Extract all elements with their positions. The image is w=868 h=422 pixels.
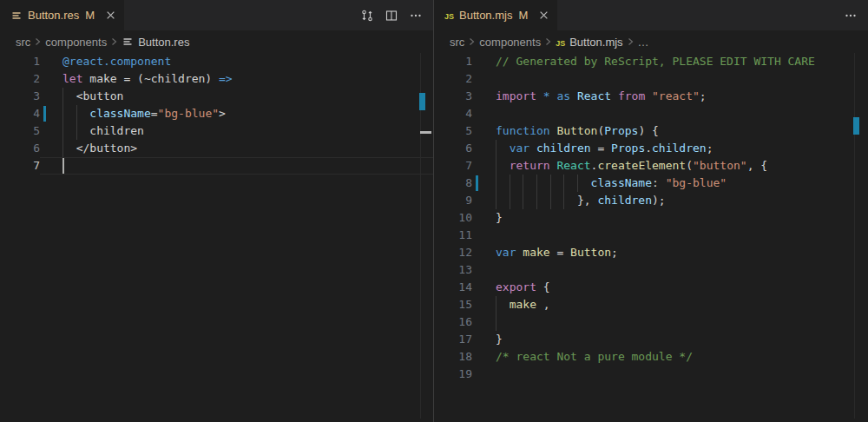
indent-guide: [62, 122, 63, 140]
close-icon[interactable]: [106, 10, 115, 20]
line-content: }, children);: [472, 192, 868, 209]
indent-guide: [496, 296, 496, 313]
code-line[interactable]: 11: [434, 227, 868, 244]
code-text: [483, 313, 868, 331]
line-content: </button>: [40, 140, 433, 157]
code-line[interactable]: 4: [434, 105, 868, 122]
gutter-margin: [472, 279, 483, 296]
code-token: =: [151, 107, 158, 120]
gutter-margin: [472, 313, 483, 331]
code-token: [529, 142, 536, 155]
code-text: [483, 70, 868, 88]
code-line[interactable]: 18/* react Not a pure module */: [434, 348, 868, 366]
breadcrumb-item[interactable]: src: [450, 36, 464, 49]
code-line[interactable]: 14export {: [434, 279, 868, 296]
code-line[interactable]: 4 className="bg-blue">: [0, 105, 433, 122]
editor-actions: [840, 0, 861, 30]
code-text: [483, 105, 868, 122]
code-text: return React.createElement("button", {: [483, 157, 868, 175]
code-token: [496, 298, 510, 311]
code-line[interactable]: 2let make = (~children) =>: [0, 70, 433, 88]
code-line[interactable]: 7 return React.createElement("button", {: [434, 157, 868, 175]
breadcrumb-label: src: [16, 36, 30, 49]
line-number: 3: [434, 88, 472, 105]
tab-button-mjs[interactable]: JSButton.mjsM: [434, 0, 557, 30]
line-content: [472, 261, 868, 279]
code-token: from: [611, 89, 652, 102]
code-line[interactable]: 16: [434, 313, 868, 331]
gutter-margin: [40, 88, 50, 105]
indent-guide: [496, 157, 496, 175]
editor: 1// Generated by ReScript, PLEASE EDIT W…: [434, 53, 868, 422]
code-text: className="bg-blue">: [50, 105, 433, 122]
line-content: /* react Not a pure module */: [472, 348, 868, 366]
code-line[interactable]: 6 </button>: [0, 140, 433, 157]
code-line[interactable]: 2: [434, 70, 868, 88]
code-token: children: [597, 194, 652, 207]
breadcrumb-item[interactable]: …: [638, 36, 649, 49]
code-line[interactable]: 7: [0, 157, 433, 175]
line-content: <button: [40, 88, 433, 105]
code-text: }, children);: [483, 192, 868, 209]
gutter-margin: [472, 70, 483, 88]
more-actions-icon[interactable]: [405, 5, 426, 26]
code-text: make ,: [483, 296, 868, 313]
breadcrumb: srccomponentsJSButton.mjs…: [434, 30, 868, 53]
open-changes-icon[interactable]: [357, 5, 378, 26]
code-token: ) {: [638, 124, 658, 137]
code-token: "react": [652, 89, 700, 102]
code-line[interactable]: 19: [434, 366, 868, 383]
editor-actions: [357, 0, 426, 30]
breadcrumb-item[interactable]: components: [479, 36, 541, 49]
code-line[interactable]: 9 }, children);: [434, 192, 868, 209]
breadcrumb-item[interactable]: JSButton.mjs: [556, 36, 622, 49]
overview-modified-marker: [419, 93, 425, 110]
code-line[interactable]: 5 children: [0, 122, 433, 140]
indent-guide: [563, 175, 564, 192]
chevron-right-icon: [34, 36, 42, 47]
line-content: }: [472, 331, 868, 348]
code-token: .: [645, 142, 652, 155]
line-number: 2: [0, 70, 40, 88]
gutter-margin: [472, 227, 483, 244]
chevron-right-icon: [627, 36, 635, 47]
tab-button-res[interactable]: Button.resM: [0, 0, 124, 30]
more-actions-icon[interactable]: [840, 5, 861, 26]
editor: 1@react.component2let make = (~children)…: [0, 53, 433, 422]
code-line[interactable]: 17}: [434, 331, 868, 348]
modified-badge: M: [518, 9, 528, 22]
code-line[interactable]: 3import * as React from "react";: [434, 88, 868, 105]
code-line[interactable]: 8 className: "bg-blue": [434, 175, 868, 192]
line-content: let make = (~children) =>: [40, 70, 433, 88]
breadcrumb-item[interactable]: components: [45, 36, 107, 49]
code-line[interactable]: 1@react.component: [0, 53, 433, 70]
line-content: className="bg-blue">: [40, 105, 433, 122]
gutter-margin: [40, 53, 50, 70]
editor-pane-left: Button.resM srccomponentsButton.res 1@re…: [0, 0, 433, 422]
line-content: [472, 70, 868, 88]
code-line[interactable]: 13: [434, 261, 868, 279]
gutter-margin: [472, 140, 483, 157]
code-line[interactable]: 15 make ,: [434, 296, 868, 313]
code-line[interactable]: 6 var children = Props.children;: [434, 140, 868, 157]
code-token: /* react Not a pure module */: [496, 350, 693, 363]
line-content: return React.createElement("button", {: [472, 157, 868, 175]
breadcrumb-item[interactable]: src: [16, 36, 30, 49]
code-line[interactable]: 5function Button(Props) {: [434, 122, 868, 140]
breadcrumb-item[interactable]: Button.res: [122, 36, 189, 49]
code-text: children: [50, 122, 433, 140]
gutter-margin: [472, 88, 483, 105]
indent-guide: [62, 105, 63, 122]
code-text: export {: [483, 279, 868, 296]
code-token: [496, 159, 510, 172]
close-icon[interactable]: [539, 10, 549, 20]
code-line[interactable]: 3 <button: [0, 88, 433, 105]
code-line[interactable]: 10}: [434, 209, 868, 227]
code-text: let make = (~children) =>: [50, 70, 433, 88]
line-number: 15: [434, 296, 472, 313]
code-token: // Generated by ReScript, PLEASE EDIT WI…: [496, 55, 815, 68]
code-token: children: [652, 142, 707, 155]
code-line[interactable]: 12var make = Button;: [434, 244, 868, 261]
code-line[interactable]: 1// Generated by ReScript, PLEASE EDIT W…: [434, 53, 868, 70]
split-editor-icon[interactable]: [381, 5, 402, 26]
